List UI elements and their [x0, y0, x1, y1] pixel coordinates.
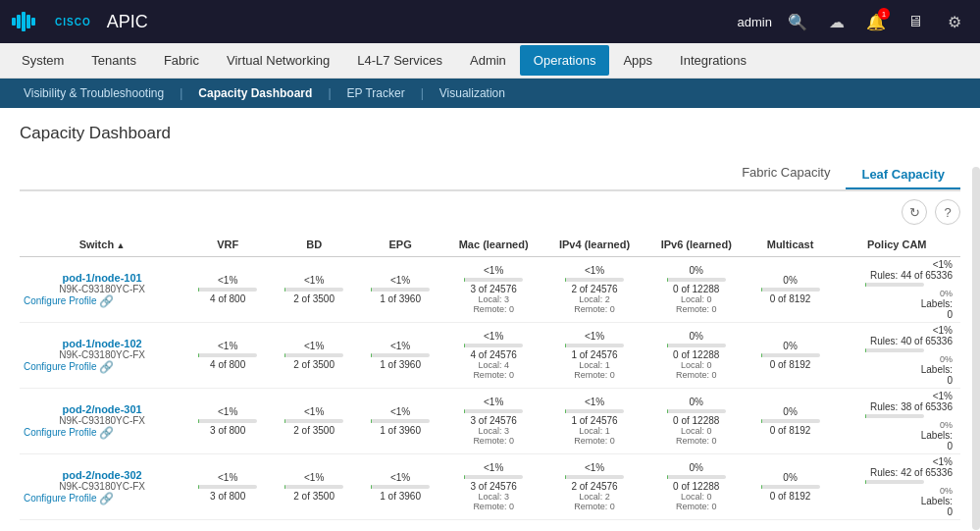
switch-name-3: pod-2/node-302 [24, 469, 181, 481]
search-button[interactable]: 🔍 [784, 8, 811, 35]
page-content: Capacity Dashboard Fabric Capacity Leaf … [0, 108, 980, 531]
cam-labels-0: Labels: [838, 298, 953, 309]
switch-cell-0: pod-1/node-101 N9K-C93180YC-FX Configure… [20, 257, 184, 323]
cisco-logo: CISCO [12, 12, 91, 31]
monitor-button[interactable]: 🖥 [902, 8, 929, 35]
multicast-cell-2: 0% 0 of 8192 [748, 389, 834, 454]
epg-cell-1: <1% 1 of 3960 [357, 323, 443, 389]
col-vrf[interactable]: VRF [184, 233, 271, 257]
gear-button[interactable]: ⚙ [941, 8, 968, 35]
cam-pct-1: <1% [838, 325, 953, 336]
svg-rect-3 [26, 15, 30, 28]
epg-cell-3: <1% 1 of 3960 [357, 454, 443, 520]
ipv6-cell-2: 0% 0 of 12288 Local: 0 Remote: 0 [645, 389, 748, 454]
refresh-button[interactable]: ↻ [902, 199, 927, 225]
subnav-capacity[interactable]: Capacity Dashboard [190, 82, 320, 104]
switch-cell-1: pod-1/node-102 N9K-C93180YC-FX Configure… [20, 323, 184, 389]
admin-label: admin [738, 15, 772, 29]
nav-integrations[interactable]: Integrations [666, 45, 760, 76]
mac-cell-2: <1% 3 of 24576 Local: 3 Remote: 0 [443, 389, 543, 454]
nav-tenants[interactable]: Tenants [77, 45, 150, 76]
subnav-visibility[interactable]: Visibility & Troubleshooting [16, 82, 172, 104]
top-navbar: CISCO APIC admin 🔍 ☁ 🔔 1 🖥 ⚙ [0, 0, 980, 43]
table-row: pod-2/node-301 N9K-C93180YC-FX Configure… [20, 389, 960, 454]
bd-cell-1: <1% 2 of 3500 [271, 323, 357, 389]
scrollbar[interactable] [972, 167, 980, 530]
switch-cell-2: pod-2/node-301 N9K-C93180YC-FX Configure… [20, 389, 184, 454]
nav-virtual-networking[interactable]: Virtual Networking [213, 45, 343, 76]
nav-l4l7[interactable]: L4-L7 Services [343, 45, 456, 76]
cam-labels-val-0: 0 [838, 309, 953, 320]
switch-cell-3: pod-2/node-302 N9K-C93180YC-FX Configure… [20, 454, 184, 520]
subnav-sep1: | [180, 86, 182, 100]
col-mac[interactable]: Mac (learned) [443, 233, 543, 257]
ipv6-cell-1: 0% 0 of 12288 Local: 0 Remote: 0 [645, 323, 748, 389]
bell-button[interactable]: 🔔 1 [862, 8, 890, 35]
col-multicast[interactable]: Multicast [748, 233, 834, 257]
ipv4-cell-0: <1% 2 of 24576 Local: 2 Remote: 0 [543, 257, 645, 323]
ipv4-cell-3: <1% 2 of 24576 Local: 2 Remote: 0 [543, 454, 645, 520]
cam-pct-0: <1% [838, 259, 953, 270]
tab-fabric-capacity[interactable]: Fabric Capacity [726, 159, 846, 186]
switch-model-2: N9K-C93180YC-FX [24, 415, 181, 426]
cloud-button[interactable]: ☁ [823, 8, 851, 35]
subnav-sep3: | [421, 86, 424, 100]
nav-system[interactable]: System [8, 45, 77, 76]
table-row: pod-1/node-101 N9K-C93180YC-FX Configure… [20, 257, 960, 323]
col-bd[interactable]: BD [271, 233, 357, 257]
switch-model-3: N9K-C93180YC-FX [24, 481, 181, 492]
table-row: pod-2/node-302 N9K-C93180YC-FX Configure… [20, 454, 960, 520]
main-navbar: System Tenants Fabric Virtual Networking… [0, 43, 980, 79]
nav-fabric[interactable]: Fabric [150, 45, 213, 76]
cam-rules-0: Rules: 44 of 65336 [838, 270, 953, 281]
switch-profile-0[interactable]: Configure Profile 🔗 [24, 294, 181, 308]
table-wrapper: Switch VRF BD EPG Mac (learned) IPv4 (le… [20, 233, 960, 520]
help-button[interactable]: ? [935, 199, 960, 225]
switch-name-1: pod-1/node-102 [24, 338, 181, 349]
col-ipv4[interactable]: IPv4 (learned) [543, 233, 645, 257]
bd-cell-0: <1% 2 of 3500 [271, 257, 357, 323]
subnav-visualization[interactable]: Visualization [432, 82, 513, 104]
sub-navbar: Visibility & Troubleshooting | Capacity … [0, 79, 980, 108]
tab-bar: Fabric Capacity Leaf Capacity [20, 159, 960, 191]
mac-cell-3: <1% 3 of 24576 Local: 3 Remote: 0 [443, 454, 543, 520]
cam-cell-2: <1% Rules: 38 of 65336 0% Labels: 0 [834, 389, 960, 454]
table-row: pod-1/node-102 N9K-C93180YC-FX Configure… [20, 323, 960, 389]
vrf-cell-3: <1% 3 of 800 [184, 454, 271, 520]
col-epg[interactable]: EPG [357, 233, 443, 257]
cam-rules-3: Rules: 42 of 65336 [838, 467, 953, 478]
nav-admin[interactable]: Admin [456, 45, 520, 76]
epg-cell-0: <1% 1 of 3960 [357, 257, 443, 323]
cam-pct-3: <1% [838, 456, 953, 467]
tab-leaf-capacity[interactable]: Leaf Capacity [846, 161, 960, 189]
switch-profile-2[interactable]: Configure Profile 🔗 [24, 426, 181, 440]
switch-model-1: N9K-C93180YC-FX [24, 349, 181, 360]
svg-rect-1 [17, 15, 21, 28]
switch-profile-1[interactable]: Configure Profile 🔗 [24, 360, 181, 374]
subnav-sep2: | [328, 86, 331, 100]
bell-badge: 1 [878, 8, 890, 20]
cam-rules-1: Rules: 40 of 65336 [838, 336, 953, 346]
cam-labels-1: Labels: [838, 364, 953, 375]
subnav-ep-tracker[interactable]: EP Tracker [339, 82, 413, 104]
vrf-cell-1: <1% 4 of 800 [184, 323, 271, 389]
col-cam[interactable]: Policy CAM [834, 233, 960, 257]
tool-icons: ↻ ? [20, 199, 960, 225]
cam-cell-0: <1% Rules: 44 of 65336 0% Labels: 0 [834, 257, 960, 323]
ipv6-cell-0: 0% 0 of 12288 Local: 0 Remote: 0 [645, 257, 748, 323]
bd-cell-3: <1% 2 of 3500 [271, 454, 357, 520]
nav-apps[interactable]: Apps [609, 45, 666, 76]
nav-icons: admin 🔍 ☁ 🔔 1 🖥 ⚙ [738, 8, 968, 35]
cisco-text: CISCO [55, 17, 91, 27]
col-switch[interactable]: Switch [20, 233, 184, 257]
multicast-cell-3: 0% 0 of 8192 [748, 454, 834, 520]
multicast-cell-1: 0% 0 of 8192 [748, 323, 834, 389]
switch-profile-3[interactable]: Configure Profile 🔗 [24, 492, 181, 505]
nav-operations[interactable]: Operations [520, 45, 610, 76]
col-ipv6[interactable]: IPv6 (learned) [645, 233, 748, 257]
vrf-cell-0: <1% 4 of 800 [184, 257, 271, 323]
switch-model-0: N9K-C93180YC-FX [24, 284, 181, 294]
cam-labels-2: Labels: [838, 430, 953, 441]
mac-cell-0: <1% 3 of 24576 Local: 3 Remote: 0 [443, 257, 543, 323]
apic-title: APIC [107, 12, 148, 32]
